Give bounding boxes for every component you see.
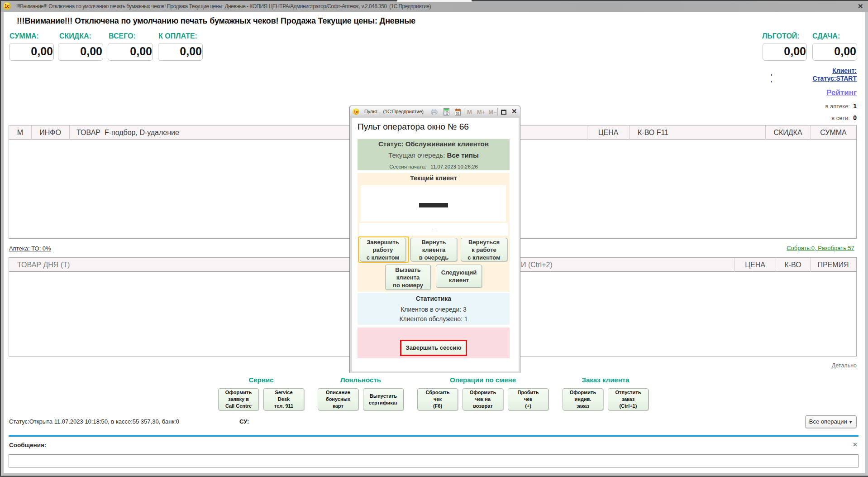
svg-text:1с: 1с bbox=[5, 4, 10, 9]
svg-text:1с: 1с bbox=[354, 110, 358, 114]
svg-text:31: 31 bbox=[456, 111, 459, 116]
